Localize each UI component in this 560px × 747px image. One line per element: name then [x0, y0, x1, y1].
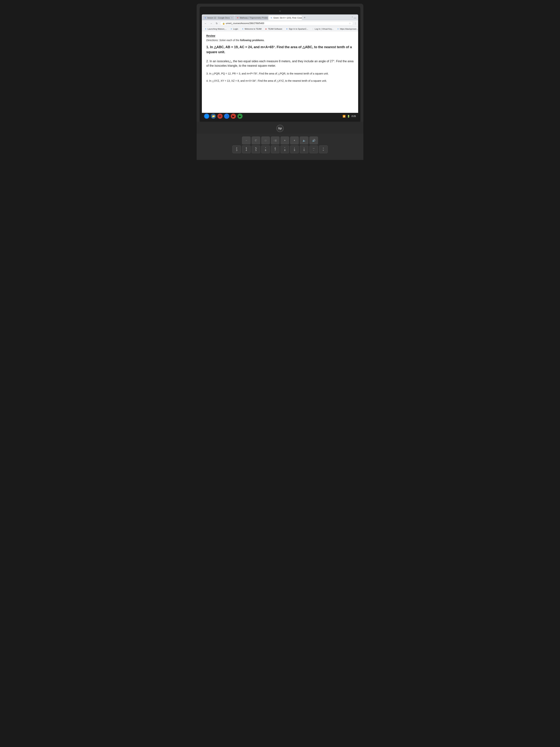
bookmark-icon-login: ●	[230, 28, 233, 30]
nav-bar: ← → ↻ 🔒 urrent_courses/lessons/286/2768/…	[202, 20, 358, 27]
problem-2: 2. In an isosceles△, the two equal sides…	[206, 59, 354, 68]
bookmark-icon-spartan: ■	[286, 28, 288, 30]
key-brightness-down[interactable]: ✦	[281, 136, 289, 144]
bookmark-davisproser[interactable]: ● https://davisproser...	[336, 27, 358, 31]
key-brightness-up[interactable]: ✦	[290, 136, 299, 144]
laptop-outer: G lesson 12 - Google Docs ✕ M Mathway | …	[197, 4, 363, 122]
browser-window: G lesson 12 - Google Docs ✕ M Mathway | …	[202, 15, 358, 120]
screen-bezel: G lesson 12 - Google Docs ✕ M Mathway | …	[199, 7, 361, 122]
problem-1: 1. In △ABC, AB = 19, AC = 24, and m<A=65…	[206, 45, 354, 55]
tab-given-active[interactable]: G Given: Sin θ = (2/3), Find: Cosec... ✕	[268, 16, 302, 20]
key-7[interactable]: & 7	[271, 146, 279, 153]
hp-logo: hp	[276, 125, 284, 132]
bookmark-icon-team: ▶	[265, 28, 267, 30]
refresh-button[interactable]: ↻	[214, 21, 219, 26]
bookmark-icon-virtual: ○	[312, 28, 314, 30]
keyboard-row-fn: → C' □ □∥ ✦ ✦ 🔈 🔊	[202, 136, 358, 144]
directions-text: Directions: Solve each of the following …	[206, 39, 354, 42]
key-4[interactable]: $ 4	[242, 146, 250, 153]
tab-minimize[interactable]: —	[354, 16, 356, 19]
problem-4-text: 4. In △XYZ, XY = 13, XZ = 8, and m<X=34°…	[206, 79, 327, 82]
bookmark-icon-launching: ●	[205, 28, 207, 30]
problem-3-text: 3. In △PQR, PQ = 12, PR = 3, and m<P=78°…	[206, 72, 328, 75]
tab-bar: G lesson 12 - Google Docs ✕ M Mathway | …	[202, 15, 358, 20]
key-0[interactable]: ) 0	[300, 146, 308, 153]
camera-dot	[279, 10, 281, 12]
key-equals[interactable]: + =	[319, 146, 327, 153]
time-display: 2:21	[351, 115, 356, 118]
tab-google-docs[interactable]: G lesson 12 - Google Docs ✕	[203, 16, 235, 20]
page-header: Review	[206, 34, 354, 37]
bookmark-icon-welcome: ●	[241, 28, 244, 30]
key-6[interactable]: ^ 6	[261, 146, 270, 153]
bookmark-launching[interactable]: ● Launching Watson,...	[203, 27, 228, 31]
taskbar-app1[interactable]: 🔵	[224, 113, 229, 119]
page-content: Review Directions: Solve each of the fol…	[202, 31, 358, 113]
key-vol-up[interactable]: 🔊	[310, 136, 318, 144]
taskbar-youtube[interactable]: ▶	[231, 113, 236, 119]
hp-area: hp	[197, 122, 363, 134]
taskbar: 🌐 📁 ✉ 🔵 ▶ ▶ 📶 🔋	[202, 113, 358, 120]
new-tab-button[interactable]: +	[302, 15, 307, 20]
taskbar-play[interactable]: ▶	[237, 113, 243, 119]
bookmark-virtual-key[interactable]: ○ Log In | Virtual Key...	[310, 27, 335, 31]
key-window[interactable]: □	[261, 136, 270, 144]
keyboard-area: → C' □ □∥ ✦ ✦ 🔈 🔊 # 3 $ 4	[197, 134, 363, 160]
key-8[interactable]: * 8	[281, 146, 289, 153]
bookmark-team-software[interactable]: ▶ TEAM Software	[264, 27, 283, 31]
extensions-icon[interactable]: ⋮	[354, 22, 357, 25]
tab-favicon-mathway: M	[236, 17, 239, 19]
bookmark-label-spartan: Sign In to SpartanC...	[289, 28, 308, 30]
tab-chevron-down[interactable]: ˅	[352, 16, 353, 19]
bookmark-icon-davis: ●	[337, 28, 339, 30]
bookmarks-bar: ● Launching Watson,... ● Login ● Welcome…	[202, 27, 358, 31]
bookmark-label-welcome: Welcome to TEAM	[245, 28, 262, 30]
tab-label-given: Given: Sin θ = (2/3), Find: Cosec...	[273, 17, 302, 19]
key-minus[interactable]: — -	[310, 146, 318, 153]
taskbar-files[interactable]: 📁	[211, 113, 216, 119]
bookmark-welcome-team[interactable]: ● Welcome to TEAM	[240, 27, 263, 31]
taskbar-email[interactable]: ✉	[217, 113, 222, 119]
key-9[interactable]: ( 9	[290, 146, 299, 153]
tab-favicon-docs: G	[204, 17, 207, 19]
bookmark-login[interactable]: ● Login	[229, 27, 239, 31]
hp-logo-text: hp	[278, 127, 282, 130]
bookmark-label-login: Login	[233, 28, 238, 30]
star-icon[interactable]: ☆	[349, 22, 351, 25]
bookmark-label-davis: https://davisproser...	[340, 28, 358, 30]
tab-label-mathway: Mathway | Trigonometry Proble...	[240, 17, 268, 19]
problem-1-text: 1. In △ABC, AB = 19, AC = 24, and m<A=65…	[206, 45, 352, 54]
tab-controls: ˅ —	[351, 16, 357, 20]
key-vol-down[interactable]: 🔈	[300, 136, 308, 144]
key-refresh[interactable]: C'	[252, 136, 260, 144]
problem-4: 4. In △XYZ, XY = 13, XZ = 8, and m<X=34°…	[206, 79, 354, 83]
tab-label-docs: lesson 12 - Google Docs	[207, 17, 230, 19]
network-icon: 📶	[343, 115, 346, 118]
battery-icon: 🔋	[347, 115, 350, 118]
bookmark-label-virtual: Log In | Virtual Key...	[315, 28, 334, 30]
bookmark-label-team: TEAM Software	[268, 28, 282, 30]
back-button[interactable]: ←	[203, 21, 208, 26]
tab-close-docs[interactable]: ✕	[231, 17, 233, 19]
key-arrow[interactable]: →	[242, 136, 250, 144]
taskbar-right: 📶 🔋 2:21	[343, 115, 356, 118]
address-text: urrent_courses/lessons/286/2768/5400	[226, 22, 348, 25]
key-fullscreen[interactable]: □∥	[271, 136, 279, 144]
problem-3: 3. In △PQR, PQ = 12, PR = 3, and m<P=78°…	[206, 72, 354, 76]
keyboard-row-numbers: # 3 $ 4 % 5 ^ 6 & 7 * 8 ( 9 ) 0	[202, 146, 358, 153]
key-5[interactable]: % 5	[252, 146, 260, 153]
tab-mathway[interactable]: M Mathway | Trigonometry Proble... ✕	[235, 16, 268, 20]
tab-favicon-given: G	[270, 17, 273, 19]
problem-2-text: 2. In an isosceles△, the two equal sides…	[206, 60, 353, 67]
bookmark-label-launching: Launching Watson,...	[208, 28, 227, 30]
key-3[interactable]: # 3	[233, 146, 241, 153]
address-bar[interactable]: 🔒 urrent_courses/lessons/286/2768/5400 ☆	[220, 21, 353, 25]
forward-button[interactable]: →	[209, 21, 213, 26]
bookmark-spartan[interactable]: ■ Sign In to SpartanC...	[285, 27, 309, 31]
taskbar-chrome[interactable]: 🌐	[204, 113, 209, 119]
lock-icon: 🔒	[222, 22, 225, 25]
camera-area	[202, 9, 358, 14]
